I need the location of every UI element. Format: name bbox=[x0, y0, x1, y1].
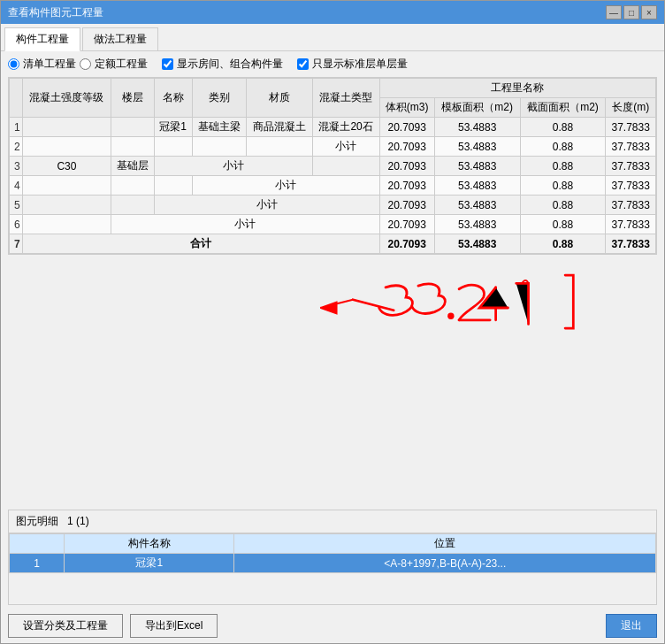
cell-length: 37.7833 bbox=[606, 234, 656, 254]
cell-concrete-type: 混凝土20石 bbox=[312, 118, 379, 137]
footer-left: 设置分类及工程量 导出到Excel bbox=[8, 614, 218, 638]
cell-volume: 20.7093 bbox=[379, 176, 434, 196]
data-table: 混凝土强度等级 楼层 名称 类别 材质 混凝土类型 工程里名称 体积(m3) 模… bbox=[9, 78, 656, 254]
bottom-table: 构件名称 位置 1 冠梁1 <A-8+1997,B-B(A-A)-23... bbox=[9, 533, 656, 573]
checkbox-std-layer-input[interactable] bbox=[297, 58, 309, 70]
bottom-panel-title: 图元明细 bbox=[16, 515, 58, 527]
th-row-num bbox=[10, 79, 23, 118]
th-length: 长度(m) bbox=[606, 98, 656, 118]
cell-floor: 基础层 bbox=[111, 157, 155, 176]
bottom-table-row[interactable]: 1 冠梁1 <A-8+1997,B-B(A-A)-23... bbox=[10, 554, 656, 573]
cell-subtotal-label: 小计 bbox=[111, 215, 379, 234]
cell-volume: 20.7093 bbox=[379, 137, 434, 157]
export-button[interactable]: 导出到Excel bbox=[130, 614, 218, 638]
cell-row-num: 3 bbox=[10, 157, 23, 176]
tab-component-quantity[interactable]: 构件工程量 bbox=[4, 27, 80, 51]
cell-name: 冠梁1 bbox=[154, 118, 192, 137]
checkbox-show-rooms-input[interactable] bbox=[162, 58, 173, 70]
cell-length: 37.7833 bbox=[606, 118, 656, 137]
svg-line-0 bbox=[353, 300, 394, 310]
th-material: 材质 bbox=[247, 79, 312, 118]
cell-floor bbox=[111, 137, 155, 157]
tab-bar: 构件工程量 做法工程量 bbox=[1, 24, 664, 51]
cell-formwork: 53.4883 bbox=[434, 137, 520, 157]
cell-strength: C30 bbox=[22, 157, 111, 176]
cell-section: 0.88 bbox=[520, 118, 606, 137]
table-row: 2 小计 20.7093 53.4883 0.88 37.7833 bbox=[10, 137, 656, 157]
cell-row-num: 5 bbox=[10, 196, 23, 215]
cell-formwork: 53.4883 bbox=[434, 234, 520, 254]
th-component-name: 构件名称 bbox=[65, 534, 234, 554]
cell-section: 0.88 bbox=[520, 196, 606, 215]
th-strength: 混凝土强度等级 bbox=[22, 79, 111, 118]
svg-point-1 bbox=[447, 313, 454, 319]
th-category: 类别 bbox=[192, 79, 247, 118]
cell-formwork: 53.4883 bbox=[434, 157, 520, 176]
radio-group-type: 清单工程量 定额工程量 bbox=[8, 57, 148, 72]
radio-quota-quantity[interactable] bbox=[80, 58, 91, 70]
maximize-button[interactable]: □ bbox=[623, 5, 639, 19]
cell-subtotal-label: 小计 bbox=[154, 157, 312, 176]
radio-quota-label: 定额工程量 bbox=[95, 57, 148, 72]
bottom-panel-header: 图元明细 1 (1) bbox=[9, 510, 656, 533]
cell-concrete-type bbox=[312, 157, 379, 176]
cell-floor bbox=[111, 176, 155, 196]
cell-length: 37.7833 bbox=[606, 215, 656, 234]
table-row: 3 C30 基础层 小计 20.7093 53.4883 0.88 37.783… bbox=[10, 157, 656, 176]
cell-floor bbox=[111, 196, 155, 215]
cell-concrete-type: 小计 bbox=[312, 137, 379, 157]
cell-length: 37.7833 bbox=[606, 196, 656, 215]
th-concrete-type: 混凝土类型 bbox=[312, 79, 379, 118]
cell-section: 0.88 bbox=[520, 137, 606, 157]
th-floor: 楼层 bbox=[111, 79, 155, 118]
checkbox-show-rooms-label: 显示房间、组合构件量 bbox=[177, 57, 283, 72]
cell-volume: 20.7093 bbox=[379, 196, 434, 215]
close-button[interactable]: × bbox=[641, 5, 657, 19]
cell-volume: 20.7093 bbox=[379, 118, 434, 137]
table-row: 5 小计 20.7093 53.4883 0.88 37.7833 bbox=[10, 196, 656, 215]
th-position: 位置 bbox=[234, 534, 656, 554]
cell-row-num: 6 bbox=[10, 215, 23, 234]
table-row: 1 冠梁1 基础主梁 商品混凝土 混凝土20石 20.7093 53.4883 … bbox=[10, 118, 656, 137]
cell-section: 0.88 bbox=[520, 157, 606, 176]
bottom-panel-count-total: (1) bbox=[76, 515, 89, 527]
footer: 设置分类及工程量 导出到Excel 退出 bbox=[1, 609, 664, 643]
cell-section: 0.88 bbox=[520, 176, 606, 196]
cell-position: <A-8+1997,B-B(A-A)-23... bbox=[234, 554, 656, 573]
th-volume: 体积(m3) bbox=[379, 98, 434, 118]
checkbox-std-layer: 只显示标准层单层量 bbox=[297, 57, 408, 72]
bottom-table-container: 构件名称 位置 1 冠梁1 <A-8+1997,B-B(A-A)-23... bbox=[9, 533, 656, 604]
tab-method-quantity[interactable]: 做法工程量 bbox=[82, 27, 158, 50]
main-window: 查看构件图元工程量 — □ × 构件工程量 做法工程量 清单工程量 定额工程量 … bbox=[0, 0, 665, 644]
cell-strength bbox=[22, 137, 111, 157]
cell-volume: 20.7093 bbox=[379, 215, 434, 234]
annotation-area bbox=[8, 255, 657, 361]
minimize-button[interactable]: — bbox=[606, 5, 622, 19]
cell-row-num: 7 bbox=[10, 234, 23, 254]
cell-row-num-bottom: 1 bbox=[10, 554, 65, 573]
cell-volume: 20.7093 bbox=[379, 234, 434, 254]
cell-section: 0.88 bbox=[520, 215, 606, 234]
radio-list-quantity[interactable] bbox=[8, 58, 19, 70]
cell-subtotal-label: 小计 bbox=[192, 176, 379, 196]
cell-floor bbox=[111, 118, 155, 137]
cell-strength bbox=[22, 196, 111, 215]
cell-volume: 20.7093 bbox=[379, 157, 434, 176]
cell-strength bbox=[22, 215, 111, 234]
close-button[interactable]: 退出 bbox=[606, 614, 657, 638]
table-total-row: 7 合计 20.7093 53.4883 0.88 37.7833 bbox=[10, 234, 656, 254]
bottom-table-header: 构件名称 位置 bbox=[10, 534, 656, 554]
bottom-panel-count: 1 bbox=[67, 515, 73, 527]
annotation-svg bbox=[8, 255, 657, 361]
table-row: 6 小计 20.7093 53.4883 0.88 37.7833 bbox=[10, 215, 656, 234]
th-formwork: 模板面积（m2) bbox=[434, 98, 520, 118]
cell-length: 37.7833 bbox=[606, 176, 656, 196]
checkbox-show-rooms: 显示房间、组合构件量 bbox=[162, 57, 283, 72]
title-bar: 查看构件图元工程量 — □ × bbox=[1, 1, 664, 24]
cell-length: 37.7833 bbox=[606, 137, 656, 157]
settings-button[interactable]: 设置分类及工程量 bbox=[8, 614, 123, 638]
cell-formwork: 53.4883 bbox=[434, 196, 520, 215]
cell-category: 基础主梁 bbox=[192, 118, 247, 137]
cell-formwork: 53.4883 bbox=[434, 176, 520, 196]
title-controls: — □ × bbox=[606, 5, 657, 19]
